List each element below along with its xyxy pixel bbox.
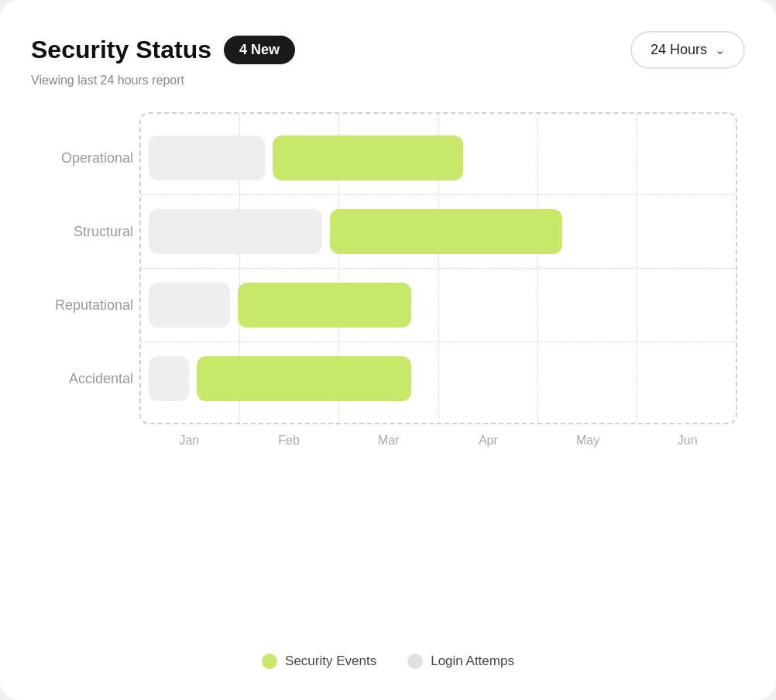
bar-green-operational (273, 136, 464, 180)
legend-dot-gray (407, 654, 423, 669)
bars-structural (141, 209, 736, 254)
bar-green-structural (330, 209, 561, 254)
x-label-mar: Mar (338, 434, 438, 448)
bars-accidental (141, 356, 736, 401)
chart-row-operational: Operational (141, 122, 736, 195)
subtitle: Viewing last 24 hours report (31, 74, 745, 88)
x-label-apr: Apr (438, 434, 538, 448)
legend-label-login-attempts: Login Attemps (431, 654, 514, 669)
row-label-operational: Operational (33, 150, 133, 166)
x-axis: Jan Feb Mar Apr May Jun (139, 434, 737, 448)
legend-label-security-events: Security Events (285, 654, 376, 669)
x-label-feb: Feb (239, 434, 339, 448)
legend-item-login-attempts: Login Attemps (407, 654, 514, 669)
legend-dot-green (262, 654, 277, 669)
new-badge: 4 New (224, 36, 295, 64)
time-filter-label: 24 Hours (651, 42, 707, 58)
row-label-reputational: Reputational (33, 297, 133, 314)
chevron-down-icon: ⌄ (715, 43, 725, 57)
chart-rows-wrapper: Operational Structural (141, 122, 736, 415)
x-label-may: May (538, 434, 638, 448)
header-row: Security Status 4 New 24 Hours ⌄ (31, 31, 745, 69)
title-group: Security Status 4 New (31, 36, 295, 64)
chart-area: Operational Structural (31, 112, 745, 669)
page-title: Security Status (31, 36, 211, 64)
badge-count: 4 (239, 42, 247, 57)
chart-row-structural: Structural (141, 195, 736, 269)
bar-gray-structural (149, 209, 322, 254)
time-filter-button[interactable]: 24 Hours ⌄ (630, 31, 745, 69)
bars-reputational (141, 283, 736, 328)
bars-operational (141, 136, 736, 180)
bar-gray-reputational (149, 283, 230, 328)
security-status-card: Security Status 4 New 24 Hours ⌄ Viewing… (0, 0, 776, 700)
chart-row-reputational: Reputational (141, 269, 736, 342)
bar-green-accidental (197, 356, 411, 401)
row-label-structural: Structural (33, 224, 133, 240)
badge-label: New (251, 42, 280, 57)
bar-gray-accidental (149, 356, 189, 401)
x-label-jun: Jun (637, 434, 737, 448)
row-label-accidental: Accidental (33, 371, 133, 387)
legend: Security Events Login Attemps (31, 654, 745, 669)
chart-container: Operational Structural (139, 112, 737, 424)
bar-gray-operational (149, 136, 265, 180)
chart-row-accidental: Accidental (141, 342, 736, 415)
bar-green-reputational (238, 283, 411, 328)
legend-item-security-events: Security Events (262, 654, 376, 669)
x-label-jan: Jan (139, 434, 239, 448)
